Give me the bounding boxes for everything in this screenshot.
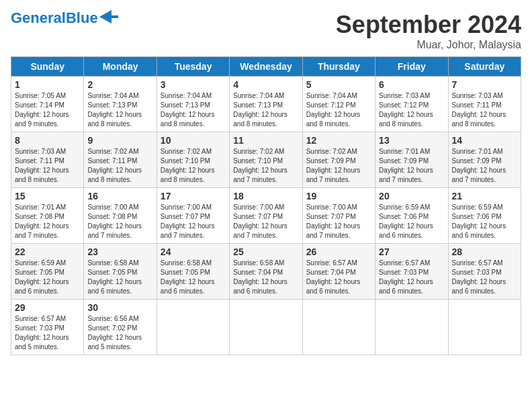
calendar-cell: 18 Sunrise: 7:00 AM Sunset: 7:07 PM Dayl… xyxy=(230,188,302,244)
day-number: 4 xyxy=(233,79,298,90)
calendar-cell: 28 Sunrise: 6:57 AM Sunset: 7:03 PM Dayl… xyxy=(448,244,521,300)
location-title: Muar, Johor, Malaysia xyxy=(336,39,521,51)
title-block: September 2024 Muar, Johor, Malaysia xyxy=(336,11,521,51)
calendar-cell: 10 Sunrise: 7:02 AM Sunset: 7:10 PM Dayl… xyxy=(157,132,229,188)
day-number: 10 xyxy=(161,135,226,146)
col-header-tuesday: Tuesday xyxy=(157,57,229,77)
day-number: 29 xyxy=(15,302,80,313)
calendar-cell: 29 Sunrise: 6:57 AM Sunset: 7:03 PM Dayl… xyxy=(11,300,84,355)
day-details: Sunrise: 6:59 AM Sunset: 7:05 PM Dayligh… xyxy=(15,259,80,296)
calendar-cell: 3 Sunrise: 7:04 AM Sunset: 7:13 PM Dayli… xyxy=(157,77,229,132)
calendar-week-row: 1 Sunrise: 7:05 AM Sunset: 7:14 PM Dayli… xyxy=(11,77,521,132)
day-details: Sunrise: 7:00 AM Sunset: 7:07 PM Dayligh… xyxy=(161,203,226,240)
day-number: 17 xyxy=(161,191,226,201)
day-number: 7 xyxy=(452,79,517,90)
day-number: 14 xyxy=(452,135,517,146)
page-header: GeneralBlue September 2024 Muar, Johor, … xyxy=(11,11,521,51)
calendar-cell: 25 Sunrise: 6:58 AM Sunset: 7:04 PM Dayl… xyxy=(230,244,302,300)
col-header-wednesday: Wednesday xyxy=(230,57,302,77)
day-number: 21 xyxy=(452,191,517,201)
day-number: 23 xyxy=(87,246,152,257)
logo-text: GeneralBlue xyxy=(11,11,98,26)
calendar-cell: 23 Sunrise: 6:58 AM Sunset: 7:05 PM Dayl… xyxy=(84,244,157,300)
calendar-cell xyxy=(448,300,521,355)
day-details: Sunrise: 7:01 AM Sunset: 7:09 PM Dayligh… xyxy=(379,147,444,185)
day-details: Sunrise: 7:01 AM Sunset: 7:08 PM Dayligh… xyxy=(15,203,80,240)
calendar-header-row: SundayMondayTuesdayWednesdayThursdayFrid… xyxy=(11,57,521,77)
day-details: Sunrise: 7:00 AM Sunset: 7:08 PM Dayligh… xyxy=(87,203,152,240)
day-number: 3 xyxy=(161,79,226,90)
day-details: Sunrise: 7:03 AM Sunset: 7:11 PM Dayligh… xyxy=(452,91,517,129)
calendar-week-row: 15 Sunrise: 7:01 AM Sunset: 7:08 PM Dayl… xyxy=(11,188,521,244)
day-details: Sunrise: 6:57 AM Sunset: 7:03 PM Dayligh… xyxy=(15,314,80,352)
day-details: Sunrise: 6:56 AM Sunset: 7:02 PM Dayligh… xyxy=(87,314,152,352)
calendar-cell: 27 Sunrise: 6:57 AM Sunset: 7:03 PM Dayl… xyxy=(375,244,448,300)
day-details: Sunrise: 7:02 AM Sunset: 7:09 PM Dayligh… xyxy=(306,147,371,185)
day-details: Sunrise: 7:04 AM Sunset: 7:13 PM Dayligh… xyxy=(87,91,152,129)
day-details: Sunrise: 6:59 AM Sunset: 7:06 PM Dayligh… xyxy=(379,203,444,240)
day-number: 6 xyxy=(379,79,444,90)
day-number: 8 xyxy=(15,135,80,146)
calendar-cell: 17 Sunrise: 7:00 AM Sunset: 7:07 PM Dayl… xyxy=(157,188,229,244)
day-details: Sunrise: 7:03 AM Sunset: 7:12 PM Dayligh… xyxy=(379,91,444,129)
calendar-table: SundayMondayTuesdayWednesdayThursdayFrid… xyxy=(11,56,521,355)
day-number: 27 xyxy=(379,246,444,257)
calendar-cell: 30 Sunrise: 6:56 AM Sunset: 7:02 PM Dayl… xyxy=(84,300,157,355)
day-number: 20 xyxy=(379,191,444,201)
day-number: 16 xyxy=(87,191,152,201)
calendar-cell: 7 Sunrise: 7:03 AM Sunset: 7:11 PM Dayli… xyxy=(448,77,521,132)
day-details: Sunrise: 7:02 AM Sunset: 7:10 PM Dayligh… xyxy=(161,147,226,185)
day-details: Sunrise: 6:58 AM Sunset: 7:05 PM Dayligh… xyxy=(87,259,152,296)
day-details: Sunrise: 6:58 AM Sunset: 7:04 PM Dayligh… xyxy=(233,259,298,296)
calendar-week-row: 29 Sunrise: 6:57 AM Sunset: 7:03 PM Dayl… xyxy=(11,300,521,355)
day-details: Sunrise: 7:04 AM Sunset: 7:12 PM Dayligh… xyxy=(306,91,371,129)
calendar-cell: 11 Sunrise: 7:02 AM Sunset: 7:10 PM Dayl… xyxy=(230,132,302,188)
col-header-friday: Friday xyxy=(375,57,448,77)
calendar-cell: 5 Sunrise: 7:04 AM Sunset: 7:12 PM Dayli… xyxy=(302,77,375,132)
day-details: Sunrise: 7:02 AM Sunset: 7:11 PM Dayligh… xyxy=(87,147,152,185)
calendar-cell: 12 Sunrise: 7:02 AM Sunset: 7:09 PM Dayl… xyxy=(302,132,375,188)
calendar-cell: 4 Sunrise: 7:04 AM Sunset: 7:13 PM Dayli… xyxy=(230,77,302,132)
day-details: Sunrise: 6:57 AM Sunset: 7:03 PM Dayligh… xyxy=(379,259,444,296)
calendar-cell xyxy=(302,300,375,355)
col-header-saturday: Saturday xyxy=(448,57,521,77)
day-details: Sunrise: 6:59 AM Sunset: 7:06 PM Dayligh… xyxy=(452,203,517,240)
day-details: Sunrise: 7:03 AM Sunset: 7:11 PM Dayligh… xyxy=(15,147,80,185)
calendar-cell xyxy=(157,300,229,355)
day-number: 12 xyxy=(306,135,371,146)
calendar-cell: 13 Sunrise: 7:01 AM Sunset: 7:09 PM Dayl… xyxy=(375,132,448,188)
logo: GeneralBlue xyxy=(11,11,118,26)
calendar-cell xyxy=(375,300,448,355)
day-details: Sunrise: 6:57 AM Sunset: 7:03 PM Dayligh… xyxy=(452,259,517,296)
calendar-cell: 15 Sunrise: 7:01 AM Sunset: 7:08 PM Dayl… xyxy=(11,188,84,244)
calendar-cell: 19 Sunrise: 7:00 AM Sunset: 7:07 PM Dayl… xyxy=(302,188,375,244)
col-header-sunday: Sunday xyxy=(11,57,84,77)
calendar-cell: 8 Sunrise: 7:03 AM Sunset: 7:11 PM Dayli… xyxy=(11,132,84,188)
svg-marker-0 xyxy=(99,10,118,24)
calendar-cell xyxy=(230,300,302,355)
col-header-monday: Monday xyxy=(84,57,157,77)
calendar-cell: 21 Sunrise: 6:59 AM Sunset: 7:06 PM Dayl… xyxy=(448,188,521,244)
calendar-cell: 26 Sunrise: 6:57 AM Sunset: 7:04 PM Dayl… xyxy=(302,244,375,300)
day-number: 24 xyxy=(161,246,226,257)
day-number: 22 xyxy=(15,246,80,257)
calendar-week-row: 22 Sunrise: 6:59 AM Sunset: 7:05 PM Dayl… xyxy=(11,244,521,300)
calendar-week-row: 8 Sunrise: 7:03 AM Sunset: 7:11 PM Dayli… xyxy=(11,132,521,188)
day-number: 15 xyxy=(15,191,80,201)
day-details: Sunrise: 7:04 AM Sunset: 7:13 PM Dayligh… xyxy=(233,91,298,129)
calendar-cell: 24 Sunrise: 6:58 AM Sunset: 7:05 PM Dayl… xyxy=(157,244,229,300)
day-number: 5 xyxy=(306,79,371,90)
calendar-cell: 20 Sunrise: 6:59 AM Sunset: 7:06 PM Dayl… xyxy=(375,188,448,244)
logo-icon xyxy=(99,10,118,24)
day-number: 30 xyxy=(87,302,152,313)
day-number: 28 xyxy=(452,246,517,257)
day-details: Sunrise: 7:04 AM Sunset: 7:13 PM Dayligh… xyxy=(161,91,226,129)
month-title: September 2024 xyxy=(336,11,521,39)
calendar-cell: 14 Sunrise: 7:01 AM Sunset: 7:09 PM Dayl… xyxy=(448,132,521,188)
calendar-cell: 6 Sunrise: 7:03 AM Sunset: 7:12 PM Dayli… xyxy=(375,77,448,132)
day-details: Sunrise: 7:00 AM Sunset: 7:07 PM Dayligh… xyxy=(306,203,371,240)
calendar-cell: 9 Sunrise: 7:02 AM Sunset: 7:11 PM Dayli… xyxy=(84,132,157,188)
day-details: Sunrise: 7:02 AM Sunset: 7:10 PM Dayligh… xyxy=(233,147,298,185)
day-details: Sunrise: 6:58 AM Sunset: 7:05 PM Dayligh… xyxy=(161,259,226,296)
calendar-cell: 22 Sunrise: 6:59 AM Sunset: 7:05 PM Dayl… xyxy=(11,244,84,300)
